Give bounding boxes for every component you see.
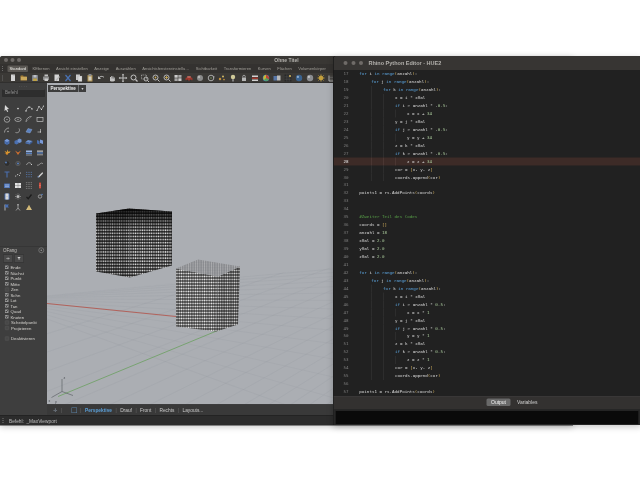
code-line-28[interactable]: 28z = z + 34 [334, 157, 640, 165]
pan-hand-icon[interactable] [108, 73, 117, 82]
drag-grip-icon[interactable] [2, 66, 5, 71]
zoom-button[interactable] [359, 61, 363, 65]
toolbar-tab-volumenk-rper[interactable]: Volumenkörper [296, 65, 328, 72]
cut-icon[interactable] [64, 73, 73, 82]
copy-icon[interactable] [75, 73, 84, 82]
surface-patch-icon[interactable] [25, 126, 34, 135]
checkbox-lot[interactable] [5, 299, 9, 303]
viewport-tab-front[interactable]: Front [140, 408, 151, 414]
check-icon[interactable] [25, 192, 34, 201]
point-blue-icon[interactable] [14, 159, 23, 168]
lock-icon[interactable] [240, 73, 249, 82]
polyline-icon[interactable] [36, 104, 45, 113]
code-line-48[interactable]: 48y = j * xVal [334, 316, 640, 324]
code-line-24[interactable]: 24if j > anzahl * -0.5: [334, 126, 640, 134]
filter-icon[interactable] [16, 256, 22, 261]
zoom-window-icon[interactable] [141, 73, 150, 82]
code-line-45[interactable]: 45x = i * xVal [334, 292, 640, 300]
code-editor[interactable]: 17for i in range(anzahl):18for j in rang… [334, 70, 640, 396]
code-line-17[interactable]: 17for i in range(anzahl): [334, 70, 640, 78]
rotate-view-icon[interactable] [207, 73, 216, 82]
viewport-title[interactable]: Perspektive [48, 85, 78, 92]
corner-shape-icon[interactable] [36, 126, 45, 135]
checkbox-mitte[interactable] [5, 282, 9, 286]
code-line-33[interactable]: 33 [334, 197, 640, 205]
code-line-34[interactable]: 34 [334, 205, 640, 213]
box-icon[interactable] [3, 137, 12, 146]
curve-hook-icon[interactable] [14, 126, 23, 135]
arrow-icon[interactable] [5, 256, 11, 261]
pyramid-icon[interactable] [25, 203, 34, 212]
drag-grip-icon[interactable] [2, 75, 5, 80]
slab-icon[interactable] [25, 137, 34, 146]
lightbulb-icon[interactable] [229, 73, 238, 82]
code-line-39[interactable]: 39yVal = 2.0 [334, 245, 640, 253]
point-icon[interactable] [14, 104, 23, 113]
toolbar-tab-ausw-hlen[interactable]: Auswählen [114, 65, 138, 72]
code-line-29[interactable]: 29cor = [x, y, z] [334, 165, 640, 173]
arc-icon[interactable] [25, 115, 34, 124]
curve-points-icon[interactable] [25, 104, 34, 113]
cursor-icon[interactable] [3, 104, 12, 113]
drawer-icon[interactable] [3, 181, 12, 190]
object-pair-icon[interactable] [273, 73, 282, 82]
code-line-25[interactable]: 25y = y + 34 [334, 134, 640, 142]
checkbox-scheitelpunkt[interactable] [5, 320, 9, 324]
zoom-selected-icon[interactable] [152, 73, 161, 82]
tab-output[interactable]: Output [487, 399, 511, 407]
code-line-38[interactable]: 38xVal = 2.0 [334, 237, 640, 245]
output-console[interactable] [335, 411, 639, 425]
open-folder-icon[interactable] [20, 73, 29, 82]
code-line-23[interactable]: 23y = j * xVal [334, 118, 640, 126]
viewport-split-icon[interactable] [71, 408, 77, 414]
shaded-view-icon[interactable] [196, 73, 205, 82]
editor-titlebar[interactable]: Rhino Python Editor - HUE2 [334, 56, 640, 70]
bars-gray-icon[interactable] [36, 148, 45, 157]
toolbar-tab-kebenen[interactable]: KEbenen [31, 65, 52, 72]
bar-red-icon[interactable] [36, 181, 45, 190]
minimize-button[interactable] [11, 58, 15, 62]
checkbox-knoten[interactable] [5, 315, 9, 319]
checkbox-quad[interactable] [5, 310, 9, 314]
layers-icon[interactable] [251, 73, 260, 82]
code-line-55[interactable]: 55coords.append(cor) [334, 372, 640, 380]
viewport-tab-rechts[interactable]: Rechts [159, 408, 174, 414]
code-line-53[interactable]: 53z = z * 1 [334, 356, 640, 364]
code-line-32[interactable]: 32points1 = rs.AddPoints(coords) [334, 189, 640, 197]
checkbox-deaktivieren[interactable] [5, 336, 9, 340]
close-button[interactable] [344, 61, 348, 65]
zoom-icon[interactable] [130, 73, 139, 82]
gear-small-icon[interactable] [36, 192, 45, 201]
zoom-button[interactable] [17, 58, 21, 62]
toolbar-tab-ansicht-einstellen[interactable]: Ansicht einstellen [54, 65, 90, 72]
code-line-26[interactable]: 26z = k * xVal [334, 142, 640, 150]
gear-icon[interactable] [39, 247, 45, 253]
code-line-36[interactable]: 36coords = [] [334, 221, 640, 229]
code-line-51[interactable]: 51z = k * xVal [334, 340, 640, 348]
new-document-icon[interactable] [9, 73, 18, 82]
sphere-gray-icon[interactable] [306, 73, 315, 82]
osnap-button-arrow-icon[interactable] [3, 255, 13, 263]
print-icon[interactable] [42, 73, 51, 82]
command-input[interactable]: Befehl [3, 89, 45, 97]
code-line-43[interactable]: 43for j in range(anzahl): [334, 277, 640, 285]
color-wheel-icon[interactable] [262, 73, 271, 82]
gear-icon[interactable] [317, 73, 326, 82]
quill-icon[interactable] [36, 170, 45, 179]
sun-icon[interactable] [14, 192, 23, 201]
checkbox-punkt[interactable] [5, 277, 9, 281]
rectangle-icon[interactable] [36, 115, 45, 124]
burst-orange-icon[interactable] [3, 148, 12, 157]
code-line-50[interactable]: 50y = y * 1 [334, 332, 640, 340]
osnap-button-filter-icon[interactable] [14, 255, 24, 263]
toolbar-tab-fl-chen[interactable]: Flächen [275, 65, 294, 72]
save-icon[interactable] [31, 73, 40, 82]
edit-document-icon[interactable] [53, 73, 62, 82]
scatter-icon[interactable] [14, 170, 23, 179]
checkbox-projizieren[interactable] [5, 326, 9, 330]
code-line-20[interactable]: 20x = i * xVal [334, 94, 640, 102]
checkbox-ende[interactable] [5, 266, 9, 270]
checkbox-nächst[interactable] [5, 271, 9, 275]
boxes-icon[interactable] [14, 137, 23, 146]
code-line-27[interactable]: 27if k > anzahl * -0.5: [334, 149, 640, 157]
